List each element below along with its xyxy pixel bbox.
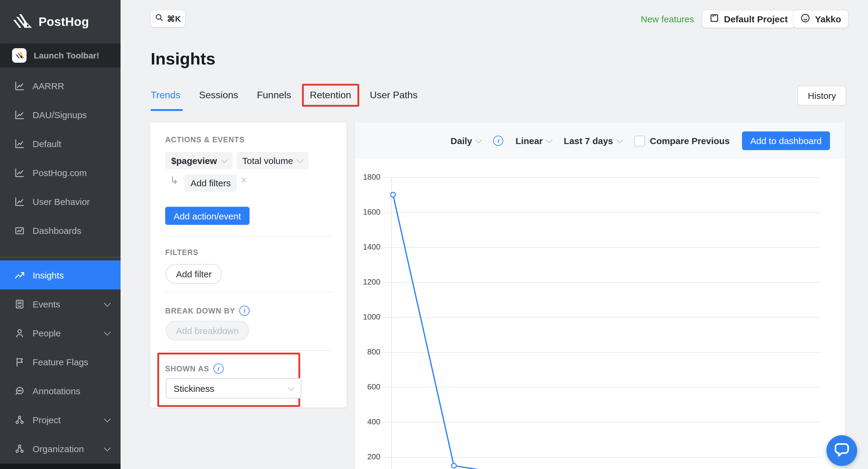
- user-name: Yakko: [815, 14, 841, 24]
- add-action-event-button[interactable]: Add action/event: [165, 207, 250, 225]
- filters-label: FILTERS: [165, 248, 198, 257]
- tab-retention[interactable]: Retention: [310, 90, 351, 100]
- shown-as-value: Stickiness: [174, 383, 214, 393]
- chart-line-icon: [14, 81, 25, 91]
- compare-previous-checkbox[interactable]: [634, 135, 645, 146]
- search-input[interactable]: ⌘K: [151, 10, 185, 27]
- sidebar-item-aarrr[interactable]: AARRR: [0, 71, 121, 100]
- posthog-logo[interactable]: PostHog: [0, 0, 121, 43]
- breakdown-label-text: BREAK DOWN BY: [165, 307, 235, 315]
- network-icon: [14, 443, 25, 454]
- divider: [165, 350, 332, 351]
- info-icon[interactable]: i: [493, 136, 504, 146]
- trends-chart-card: Daily i Linear Last 7 days Compare Previ…: [355, 122, 845, 469]
- line-chart-plot: 18001600140012001000800600400200: [355, 159, 845, 469]
- smiley-icon: [801, 13, 810, 25]
- math-selector[interactable]: Total volume: [236, 152, 309, 169]
- chat-widget-button[interactable]: [827, 435, 857, 466]
- logo-text: PostHog: [38, 15, 89, 29]
- sidebar-item-default[interactable]: Default: [0, 129, 121, 158]
- sidebar-item-label: Insights: [33, 270, 64, 280]
- chart-line-icon: [14, 167, 25, 178]
- sidebar-item-dashboards[interactable]: Dashboards: [0, 216, 121, 245]
- project-name: Default Project: [724, 14, 788, 24]
- sidebar-menu: AARRRDAU/SignupsDefaultPostHog.comUser B…: [0, 71, 121, 463]
- actions-events-label: ACTIONS & EVENTS: [165, 136, 245, 144]
- active-tab-underline: [151, 109, 183, 111]
- user-menu-button[interactable]: Yakko: [793, 10, 848, 28]
- sidebar-item-label: People: [33, 327, 61, 338]
- chevron-down-icon: [104, 329, 111, 336]
- shown-as-label-text: SHOWN AS: [165, 365, 209, 373]
- tab-trends[interactable]: Trends: [151, 88, 180, 102]
- sidebar-item-dau-signups[interactable]: DAU/Signups: [0, 100, 121, 129]
- chart-line-icon: [14, 110, 25, 120]
- sidebar-item-label: DAU/Signups: [33, 110, 87, 120]
- people-icon: [14, 327, 25, 338]
- sidebar: PostHog Launch Toolbar! AARRRDAU/Signups…: [0, 0, 121, 469]
- event-selector[interactable]: $pageview: [165, 152, 233, 169]
- page-title: Insights: [151, 50, 216, 69]
- add-to-dashboard-button[interactable]: Add to dashboard: [742, 131, 830, 150]
- sidebar-item-feature-flags[interactable]: Feature Flags: [0, 347, 121, 376]
- math-type: Total volume: [242, 156, 293, 166]
- project-switcher-button[interactable]: Default Project: [702, 10, 795, 28]
- add-filters-button[interactable]: Add filters: [184, 174, 237, 192]
- sidebar-item-organization[interactable]: Organization: [0, 434, 121, 463]
- breakdown-label: BREAK DOWN BY i: [165, 306, 250, 316]
- toolbar-hedgehog-icon: [12, 48, 27, 63]
- annotation-box-retention: Retention: [302, 84, 359, 107]
- posthog-app: PostHog Launch Toolbar! AARRRDAU/Signups…: [0, 0, 868, 469]
- shown-as-label: SHOWN AS i: [165, 364, 224, 374]
- tab-user-paths[interactable]: User Paths: [370, 88, 417, 102]
- chevron-down-icon: [104, 300, 111, 307]
- interval-dropdown[interactable]: Daily: [451, 136, 481, 146]
- tab-sessions[interactable]: Sessions: [199, 88, 238, 102]
- chevron-down-icon: [616, 136, 623, 144]
- sidebar-bottom-strip: [0, 464, 121, 469]
- sidebar-divider: [0, 257, 121, 257]
- remove-event-icon[interactable]: ×: [241, 174, 247, 187]
- sidebar-item-posthog-com[interactable]: PostHog.com: [0, 158, 121, 187]
- history-button[interactable]: History: [798, 86, 846, 105]
- chevron-down-icon: [475, 136, 482, 144]
- display-dropdown[interactable]: Linear: [516, 136, 552, 146]
- sidebar-item-people[interactable]: People: [0, 318, 121, 347]
- shown-as-select[interactable]: Stickiness: [166, 378, 301, 399]
- insight-filters-panel: ACTIONS & EVENTS $pageview Total volume …: [150, 122, 347, 408]
- search-icon: [155, 13, 164, 24]
- add-breakdown-button[interactable]: Add breakdown: [166, 321, 249, 341]
- date-range-dropdown[interactable]: Last 7 days: [564, 136, 622, 146]
- network-icon: [14, 414, 25, 425]
- sidebar-item-label: Dashboards: [33, 225, 82, 236]
- data-point-marker[interactable]: [391, 192, 396, 197]
- chevron-down-icon: [104, 444, 111, 451]
- tab-funnels[interactable]: Funnels: [257, 88, 291, 102]
- compare-previous-control: Compare Previous: [634, 135, 730, 146]
- sidebar-item-user-behavior[interactable]: User Behavior: [0, 187, 121, 216]
- nested-arrow-icon: ↳: [170, 174, 179, 187]
- insight-tabs: Trends Sessions Funnels Retention User P…: [151, 88, 417, 102]
- sidebar-item-insights[interactable]: Insights: [0, 260, 121, 289]
- sidebar-item-label: AARRR: [33, 81, 64, 91]
- add-filter-button[interactable]: Add filter: [166, 264, 222, 284]
- sidebar-item-annotations[interactable]: Annotations: [0, 376, 121, 405]
- chevron-down-icon: [288, 384, 295, 391]
- info-icon[interactable]: i: [213, 364, 224, 374]
- sidebar-item-project[interactable]: Project: [0, 405, 121, 434]
- trend-line-svg: [355, 159, 845, 469]
- chart-toolbar: Daily i Linear Last 7 days Compare Previ…: [355, 122, 845, 159]
- new-features-link[interactable]: New features: [641, 14, 694, 24]
- sidebar-item-label: Project: [33, 414, 61, 425]
- posthog-hedgehog-icon: [12, 12, 33, 31]
- launch-toolbar-label: Launch Toolbar!: [34, 51, 99, 60]
- divider: [165, 236, 332, 237]
- sidebar-item-events[interactable]: Events: [0, 289, 121, 318]
- launch-toolbar-button[interactable]: Launch Toolbar!: [0, 43, 121, 67]
- annotation-icon: [14, 385, 25, 396]
- info-icon[interactable]: i: [239, 306, 250, 316]
- compare-previous-label: Compare Previous: [650, 136, 730, 146]
- sidebar-item-label: PostHog.com: [33, 167, 87, 178]
- data-point-marker[interactable]: [452, 463, 456, 468]
- chevron-down-icon: [104, 415, 111, 422]
